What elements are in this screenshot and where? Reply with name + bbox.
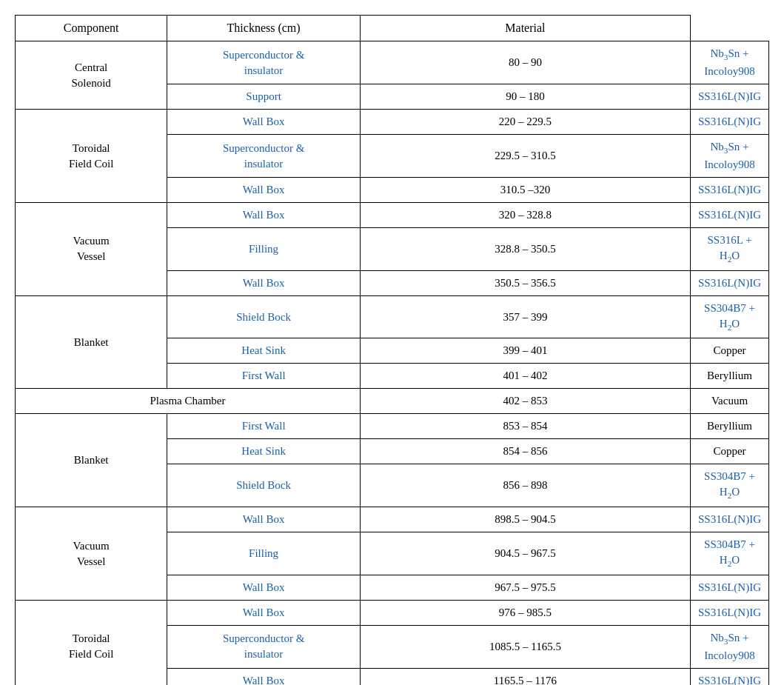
- cell-thickness: 320 – 328.8: [360, 202, 690, 227]
- cell-component: Wall Box: [167, 177, 361, 202]
- cell-material: Copper: [691, 439, 769, 464]
- cell-component: Heat Sink: [167, 439, 361, 464]
- cell-thickness: 399 – 401: [360, 338, 690, 364]
- cell-material: SS316L(N)IG: [691, 507, 769, 532]
- cell-material: Nb3Sn + Incoloy908: [691, 625, 769, 668]
- main-table: Component Thickness (cm) Material Centra…: [15, 15, 769, 685]
- cell-material: Copper: [691, 338, 769, 364]
- cell-component: Shield Bock: [167, 464, 361, 507]
- cell-thickness: 854 – 856: [360, 439, 690, 464]
- cell-material: SS316L(N)IG: [691, 270, 769, 295]
- cell-thickness: 350.5 – 356.5: [360, 270, 690, 295]
- cell-group: Blanket: [16, 414, 167, 507]
- cell-thickness: 229.5 – 310.5: [360, 135, 690, 178]
- cell-group: ToroidalField Coil: [16, 110, 167, 203]
- cell-component: Wall Box: [167, 110, 361, 135]
- cell-material: Beryllium: [691, 364, 769, 389]
- cell-material: SS304B7 + H2O: [691, 295, 769, 338]
- cell-material: SS316L + H2O: [691, 227, 769, 270]
- cell-component: First Wall: [167, 414, 361, 439]
- cell-thickness: 898.5 – 904.5: [360, 507, 690, 532]
- cell-thickness: 310.5 –320: [360, 177, 690, 202]
- cell-thickness: 1165.5 – 1176: [360, 668, 690, 685]
- cell-thickness: 90 – 180: [360, 84, 690, 110]
- cell-component: Superconductor &insulator: [167, 135, 361, 178]
- cell-material: SS304B7 + H2O: [691, 532, 769, 575]
- cell-component: Wall Box: [167, 600, 361, 625]
- cell-material: SS316L(N)IG: [691, 84, 769, 110]
- cell-material: SS316L(N)IG: [691, 177, 769, 202]
- cell-material: Nb3Sn + Incoloy908: [691, 135, 769, 178]
- cell-thickness: 853 – 854: [360, 414, 690, 439]
- cell-thickness: 357 – 399: [360, 295, 690, 338]
- cell-thickness: 1085.5 – 1165.5: [360, 625, 690, 668]
- cell-group: VacuumVessel: [16, 507, 167, 601]
- cell-component: Wall Box: [167, 575, 361, 600]
- cell-thickness: 401 – 402: [360, 364, 690, 389]
- cell-material: SS316L(N)IG: [691, 600, 769, 625]
- cell-component: Shield Bock: [167, 295, 361, 338]
- cell-component: Wall Box: [167, 202, 361, 227]
- cell-thickness: 80 – 90: [360, 41, 690, 84]
- cell-thickness: 904.5 – 967.5: [360, 532, 690, 575]
- header-material: Material: [360, 16, 690, 41]
- cell-thickness: 976 – 985.5: [360, 600, 690, 625]
- cell-component: Support: [167, 84, 361, 110]
- table-row: CentralSolenoidSuperconductor &insulator…: [16, 41, 769, 84]
- cell-group: ToroidalField Coil: [16, 600, 167, 685]
- cell-component: Superconductor &insulator: [167, 41, 361, 84]
- cell-thickness: 220 – 229.5: [360, 110, 690, 135]
- header-component: Component: [16, 16, 167, 41]
- table-row: ToroidalField CoilWall Box220 – 229.5SS3…: [16, 110, 769, 135]
- table-row: VacuumVesselWall Box320 – 328.8SS316L(N)…: [16, 202, 769, 227]
- cell-component: Filling: [167, 532, 361, 575]
- cell-thickness: 328.8 – 350.5: [360, 227, 690, 270]
- table-row: BlanketShield Bock357 – 399SS304B7 + H2O: [16, 295, 769, 338]
- cell-component: Superconductor &insulator: [167, 625, 361, 668]
- cell-thickness: 967.5 – 975.5: [360, 575, 690, 600]
- cell-group: CentralSolenoid: [16, 41, 167, 110]
- cell-material: SS316L(N)IG: [691, 110, 769, 135]
- table-row: Plasma Chamber402 – 853Vacuum: [16, 389, 769, 414]
- table-row: ToroidalField CoilWall Box976 – 985.5SS3…: [16, 600, 769, 625]
- cell-material: Vacuum: [691, 389, 769, 414]
- cell-material: SS316L(N)IG: [691, 668, 769, 685]
- header-row: Component Thickness (cm) Material: [16, 16, 769, 41]
- cell-material: Beryllium: [691, 414, 769, 439]
- header-thickness: Thickness (cm): [167, 16, 361, 41]
- cell-component: Heat Sink: [167, 338, 361, 364]
- cell-material: SS316L(N)IG: [691, 575, 769, 600]
- cell-group: Blanket: [16, 295, 167, 389]
- cell-component: First Wall: [167, 364, 361, 389]
- cell-material: Nb3Sn + Incoloy908: [691, 41, 769, 84]
- cell-thickness: 402 – 853: [360, 389, 690, 414]
- table-row: VacuumVesselWall Box898.5 – 904.5SS316L(…: [16, 507, 769, 532]
- cell-component: Filling: [167, 227, 361, 270]
- table-wrapper: Component Thickness (cm) Material Centra…: [15, 15, 769, 685]
- table-row: BlanketFirst Wall853 – 854Beryllium: [16, 414, 769, 439]
- cell-component: Wall Box: [167, 507, 361, 532]
- cell-component: Wall Box: [167, 270, 361, 295]
- cell-group: VacuumVessel: [16, 202, 167, 295]
- cell-material: SS316L(N)IG: [691, 202, 769, 227]
- cell-component: Wall Box: [167, 668, 361, 685]
- cell-group: Plasma Chamber: [16, 389, 361, 414]
- cell-thickness: 856 – 898: [360, 464, 690, 507]
- cell-material: SS304B7 + H2O: [691, 464, 769, 507]
